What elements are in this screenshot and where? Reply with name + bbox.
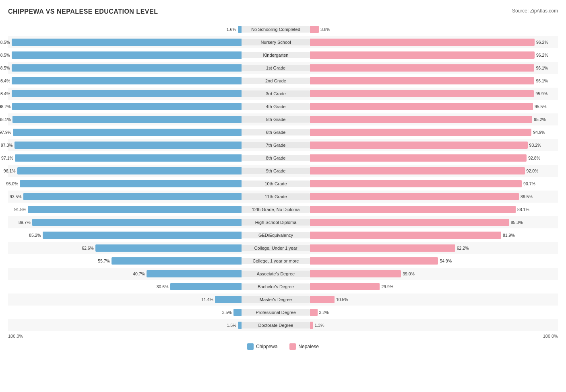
bar-pink-15: 85.3% [310, 219, 509, 226]
bar-row-11: 96.1%9th Grade92.0% [8, 165, 558, 177]
center-label-17: College, Under 1 year [242, 245, 310, 251]
bar-row-14: 91.5%12th Grade, No Diploma88.1% [8, 203, 558, 215]
right-bar-wrapper-22: 3.2% [310, 309, 543, 316]
val-left-11: 96.1% [4, 168, 16, 173]
val-left-7: 98.1% [0, 117, 11, 122]
val-right-19: 39.0% [403, 271, 415, 276]
bar-blue-21: 11.4% [215, 296, 242, 303]
val-right-17: 62.2% [457, 246, 469, 250]
val-left-0: 1.6% [227, 27, 236, 32]
bar-blue-13: 93.5% [23, 193, 242, 200]
bar-blue-16: 85.2% [43, 232, 242, 239]
bar-row-18: 55.7%College, 1 year or more54.9% [8, 255, 558, 267]
left-bar-wrapper-15: 89.7% [8, 219, 242, 226]
center-label-12: 10th Grade [242, 181, 310, 187]
val-right-10: 92.8% [528, 156, 540, 160]
bar-row-17: 62.6%College, Under 1 year62.2% [8, 242, 558, 254]
bar-pink-6: 95.5% [310, 103, 533, 110]
right-bar-wrapper-9: 93.2% [310, 142, 543, 149]
right-bar-wrapper-5: 95.9% [310, 90, 543, 97]
val-left-9: 97.3% [1, 143, 13, 148]
bar-blue-17: 62.6% [95, 244, 242, 252]
val-right-3: 96.1% [536, 66, 548, 70]
bar-blue-22: 3.5% [233, 309, 242, 316]
bar-pink-5: 95.9% [310, 90, 534, 97]
val-left-14: 91.5% [14, 207, 27, 212]
left-bar-wrapper-8: 97.9% [8, 129, 242, 136]
left-bar-wrapper-10: 97.1% [8, 154, 242, 162]
bar-row-20: 30.6%Bachelor's Degree29.9% [8, 281, 558, 293]
val-right-23: 1.3% [315, 323, 324, 328]
center-label-3: 1st Grade [242, 65, 310, 71]
bar-pink-0: 3.8% [310, 26, 319, 33]
val-right-18: 54.9% [440, 259, 452, 263]
bar-pink-18: 54.9% [310, 257, 438, 265]
bar-blue-23: 1.5% [238, 322, 242, 329]
bar-blue-15: 89.7% [32, 219, 242, 226]
center-label-4: 2nd Grade [242, 78, 310, 84]
val-left-10: 97.1% [1, 156, 13, 160]
bar-pink-14: 88.1% [310, 206, 516, 213]
bar-pink-22: 3.2% [310, 309, 318, 316]
right-bar-wrapper-4: 96.1% [310, 77, 543, 84]
val-right-22: 3.2% [319, 310, 329, 315]
center-label-19: Associate's Degree [242, 271, 310, 277]
bar-blue-18: 55.7% [112, 257, 242, 265]
val-left-13: 93.5% [10, 194, 22, 199]
left-bar-wrapper-17: 62.6% [8, 244, 242, 252]
bar-pink-17: 62.2% [310, 244, 455, 252]
right-bar-wrapper-13: 89.5% [310, 193, 543, 200]
bar-pink-2: 96.2% [310, 51, 535, 59]
bar-row-2: 98.5%Kindergarten96.2% [8, 49, 558, 61]
bar-pink-1: 96.2% [310, 39, 535, 46]
bar-row-8: 97.9%6th Grade94.9% [8, 126, 558, 138]
right-bar-wrapper-15: 85.3% [310, 219, 543, 226]
bar-pink-19: 39.0% [310, 270, 401, 277]
center-label-2: Kindergarten [242, 52, 310, 58]
bar-pink-4: 96.1% [310, 77, 534, 84]
right-bar-wrapper-18: 54.9% [310, 257, 543, 265]
right-bar-wrapper-1: 96.2% [310, 39, 543, 46]
val-left-20: 30.6% [157, 284, 169, 289]
bar-row-9: 97.3%7th Grade93.2% [8, 139, 558, 151]
val-right-20: 29.9% [381, 284, 393, 289]
bar-row-5: 98.4%3rd Grade95.9% [8, 88, 558, 100]
right-bar-wrapper-14: 88.1% [310, 206, 543, 213]
bar-row-19: 40.7%Associate's Degree39.0% [8, 268, 558, 280]
bar-row-12: 95.0%10th Grade90.7% [8, 178, 558, 190]
right-bar-wrapper-10: 92.8% [310, 154, 543, 162]
val-left-16: 85.2% [29, 233, 41, 238]
bar-pink-21: 10.5% [310, 296, 335, 303]
chart-container: CHIPPEWA VS NEPALESE EDUCATION LEVEL Sou… [8, 8, 558, 350]
left-bar-wrapper-12: 95.0% [8, 180, 242, 187]
chart-header: CHIPPEWA VS NEPALESE EDUCATION LEVEL Sou… [8, 8, 558, 15]
val-left-4: 98.4% [0, 78, 10, 83]
bar-blue-20: 30.6% [170, 283, 242, 290]
val-right-9: 93.2% [529, 143, 541, 148]
bar-blue-7: 98.1% [12, 116, 242, 123]
left-bar-wrapper-16: 85.2% [8, 232, 242, 239]
legend-nepalese: Nepalese [289, 343, 319, 350]
bar-pink-13: 89.5% [310, 193, 519, 200]
legend-chippewa: Chippewa [247, 343, 277, 350]
val-left-6: 98.2% [0, 104, 10, 109]
val-right-4: 96.1% [536, 78, 548, 83]
center-label-6: 4th Grade [242, 103, 310, 110]
bar-blue-4: 98.4% [12, 77, 242, 84]
left-bar-wrapper-7: 98.1% [8, 116, 242, 123]
center-label-18: College, 1 year or more [242, 258, 310, 264]
center-label-22: Professional Degree [242, 309, 310, 316]
left-bar-wrapper-5: 98.4% [8, 90, 242, 97]
legend-chippewa-label: Chippewa [256, 344, 277, 349]
bar-pink-8: 94.9% [310, 129, 531, 136]
val-left-17: 62.6% [82, 246, 94, 250]
bar-blue-12: 95.0% [20, 180, 242, 187]
right-bar-wrapper-11: 92.0% [310, 167, 543, 174]
bar-row-13: 93.5%11th Grade89.5% [8, 191, 558, 203]
val-left-18: 55.7% [98, 259, 110, 263]
right-bar-wrapper-23: 1.3% [310, 322, 543, 329]
chart-legend: Chippewa Nepalese [8, 343, 558, 350]
legend-nepalese-label: Nepalese [298, 344, 319, 349]
bar-row-16: 85.2%GED/Equivalency81.9% [8, 229, 558, 241]
bar-pink-9: 93.2% [310, 142, 528, 149]
